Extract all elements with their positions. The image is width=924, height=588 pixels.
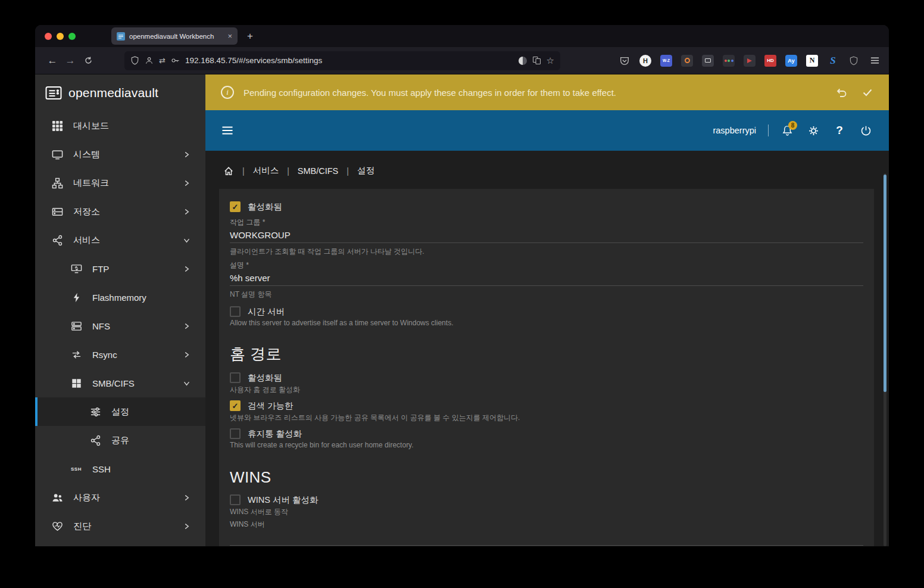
shield-icon[interactable] [848, 55, 860, 67]
sidebar-item-label: 사용자 [73, 492, 100, 503]
scrollbar-thumb[interactable] [884, 175, 886, 392]
homes-enabled-hint: 사용자 홈 경로 활성화 [230, 385, 863, 395]
extension-icon-hd[interactable]: HD [764, 55, 776, 67]
wins-enable-checkbox[interactable]: ✓ [230, 494, 241, 505]
heart-pulse-icon [51, 521, 64, 532]
sidebar-item-system[interactable]: 시스템 [35, 140, 205, 169]
extension-icon-keyhole[interactable] [681, 55, 693, 67]
browser-toolbar: ← → ⇄ 192.168.45.75/#/services/smb/setti… [35, 47, 889, 74]
sidebar-item-diagnostics[interactable]: 진단 [35, 512, 205, 540]
timeserver-hint: Allow this server to advertise itself as… [230, 319, 863, 327]
address-bar[interactable]: ⇄ 192.168.45.75/#/services/smb/settings … [124, 51, 560, 70]
url-text: 192.168.45.75/#/services/smb/settings [185, 56, 513, 65]
browseable-checkbox[interactable]: ✓ [230, 400, 241, 411]
sidebar-item-network[interactable]: 네트워크 [35, 169, 205, 197]
settings-gear-icon[interactable] [806, 125, 821, 137]
sidebar-item-users[interactable]: 사용자 [35, 483, 205, 512]
undo-changes-icon[interactable] [835, 86, 847, 98]
recyclebin-checkbox[interactable]: ✓ [230, 428, 241, 439]
openmediavault-logo-icon [45, 84, 63, 102]
home-icon[interactable] [223, 166, 234, 176]
minimize-window-button[interactable] [57, 33, 64, 40]
flash-bolt-icon [70, 293, 83, 303]
enabled-checkbox[interactable]: ✓ [230, 201, 241, 212]
chevron-right-icon [183, 180, 190, 186]
browser-menu-icon[interactable] [869, 55, 881, 67]
sidebar-item-dashboard[interactable]: 대시보드 [35, 111, 205, 140]
sidebar-item-label: 시스템 [73, 149, 100, 160]
network-icon [51, 178, 64, 189]
sidebar-item-storage[interactable]: 저장소 [35, 197, 205, 226]
maximize-window-button[interactable] [68, 33, 76, 40]
back-button[interactable]: ← [43, 55, 61, 67]
permissions-person-icon[interactable] [145, 56, 154, 65]
share-nodes-icon [89, 435, 102, 446]
sidebar-item-smb-shares[interactable]: 공유 [35, 426, 205, 455]
forward-button[interactable]: → [61, 55, 79, 67]
homes-enabled-checkbox[interactable]: ✓ [230, 372, 241, 383]
browseable-row: ✓ 검색 가능한 [230, 400, 863, 412]
sidebar-item-ftp[interactable]: FTP [35, 254, 205, 283]
bookmark-star-icon[interactable]: ☆ [547, 55, 554, 66]
extension-icon-translate[interactable]: Ay [785, 55, 797, 67]
chevron-down-icon [183, 237, 190, 244]
chevron-right-icon [183, 351, 190, 358]
wins-server-input[interactable] [230, 530, 863, 546]
workgroup-input[interactable]: WORKGROUP [230, 228, 863, 243]
window-controls [35, 33, 84, 40]
translate-pages-icon[interactable] [532, 56, 541, 65]
tracking-shield-icon[interactable] [130, 56, 139, 65]
reload-icon[interactable] [79, 56, 97, 65]
sidebar-item-services[interactable]: 서비스 [35, 226, 205, 254]
workgroup-label: 작업 그룹 * [230, 217, 863, 228]
timeserver-checkbox[interactable]: ✓ [230, 306, 241, 317]
extension-icon-palette[interactable] [723, 55, 735, 67]
monitor-icon [51, 149, 64, 160]
sidebar-toggle-icon[interactable] [221, 124, 234, 137]
sidebar-item-label: SMB/CIFS [92, 378, 135, 388]
extension-icon-h[interactable]: H [639, 55, 651, 67]
tab-bar: openmediavault Workbench × + [35, 25, 889, 47]
wins-enable-label: WINS 서버 활성화 [248, 494, 318, 506]
chevron-right-icon [183, 494, 190, 501]
page-scroll-region: | 서비스 | SMB/CIFS | 설정 ✓ 활성화됨 작업 그룹 * WOR… [205, 151, 889, 546]
sidebar-item-flashmemory[interactable]: Flashmemory [35, 283, 205, 312]
extension-icon-s[interactable]: S [827, 55, 839, 67]
sidebar-item-rsync[interactable]: Rsync [35, 340, 205, 369]
sidebar-item-label: 진단 [73, 521, 91, 532]
new-tab-button[interactable]: + [247, 30, 253, 42]
sidebar-item-smb-settings[interactable]: 설정 [35, 397, 205, 426]
sidebar-item-smb-cifs[interactable]: SMB/CIFS [35, 369, 205, 397]
description-input[interactable]: %h server [230, 270, 863, 286]
power-icon[interactable] [858, 125, 873, 137]
chevron-right-icon [183, 323, 190, 329]
extension-icon-screenshot[interactable] [702, 55, 714, 67]
tab-close-icon[interactable]: × [227, 32, 232, 41]
sync-arrows-icon [70, 349, 83, 360]
sidebar-item-label: 공유 [111, 435, 129, 446]
homes-enabled-row: ✓ 활성화됨 [230, 372, 863, 384]
switch-arrows-icon[interactable]: ⇄ [159, 56, 166, 65]
brand-name: openmediavault [68, 86, 158, 100]
key-icon[interactable] [171, 56, 180, 65]
sidebar-item-ssh[interactable]: SSH SSH [35, 455, 205, 483]
notifications-bell-icon[interactable]: 8 [779, 125, 795, 137]
help-icon[interactable]: ? [832, 124, 847, 137]
close-window-button[interactable] [45, 33, 52, 40]
extension-icon-notion[interactable]: N [806, 55, 818, 67]
extension-icon-wz[interactable]: W-Z [660, 55, 672, 67]
apply-changes-icon[interactable] [861, 86, 873, 98]
extension-icon-flag[interactable] [744, 55, 756, 67]
breadcrumb-item-smb[interactable]: SMB/CIFS [298, 166, 338, 176]
pocket-icon[interactable] [619, 55, 630, 67]
browser-tab[interactable]: openmediavault Workbench × [111, 27, 238, 45]
notification-badge: 8 [788, 121, 797, 130]
sidebar-item-nfs[interactable]: NFS [35, 312, 205, 340]
breadcrumb-item-settings[interactable]: 설정 [357, 165, 374, 176]
breadcrumb-item-services[interactable]: 서비스 [253, 165, 279, 176]
hostname[interactable]: raspberrypi [713, 126, 756, 135]
description-label: 설명 * [230, 260, 863, 270]
darkmode-toggle-icon[interactable] [519, 57, 527, 65]
sidebar-item-label: FTP [92, 264, 109, 274]
breadcrumb-separator: | [346, 166, 349, 176]
